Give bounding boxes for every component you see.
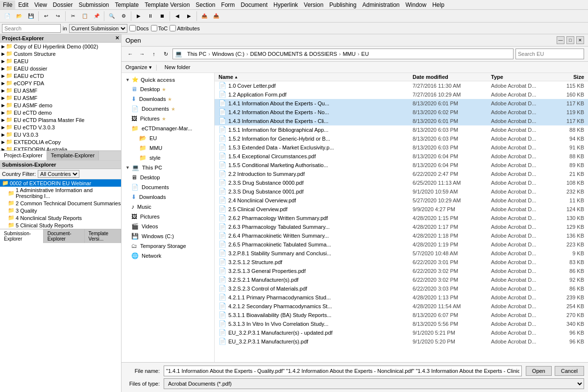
file-row[interactable]: 📄2.3.S Drug Substance 0000.pdf 6/25/2020… — [215, 178, 588, 187]
nav-pictures[interactable]: 🖼 Pictures ★ — [122, 114, 214, 123]
nav-ectd[interactable]: 📁 eCTDmanager-Mar... — [122, 123, 214, 133]
toolbar-btn-14[interactable]: ◀ — [172, 11, 183, 22]
country-filter-select[interactable]: All Countries — [38, 170, 79, 178]
attributes-check-label[interactable]: Attributes — [170, 25, 199, 31]
menu-file[interactable]: File — [0, 0, 15, 9]
file-row[interactable]: 📄3.2.S.1.2 Structure.pdf 6/22/2020 3:01 … — [215, 258, 588, 267]
tree-toggle[interactable]: ▶ — [0, 124, 6, 130]
file-row[interactable]: 📄1.0 Cover Letter.pdf 7/27/2016 11:30 AM… — [215, 81, 588, 90]
tree-item[interactable]: ▶📁EU eCTD demo — [0, 109, 121, 116]
path-eu[interactable]: EU — [361, 51, 368, 57]
file-row[interactable]: 📄5.3.1.1 Bioavailability (BA) Study Repo… — [215, 311, 588, 319]
menu-hyperlink[interactable]: Hyperlink — [270, 0, 301, 9]
file-row[interactable]: 📄EU_3.2.P.3.1 Manufacturer(s).pdf 9/1/20… — [215, 337, 588, 346]
tree-toggle[interactable]: ▶ — [0, 110, 6, 116]
nav-documents[interactable]: 📄 Documents ★ — [122, 104, 214, 114]
file-row[interactable]: 📄2.6.2 Pharmacology Written Summary.pdf … — [215, 214, 588, 222]
toc-check-label[interactable]: ToC — [151, 25, 168, 31]
dialog-maximize-btn[interactable]: □ — [566, 36, 574, 44]
tree-item[interactable]: ▶📁EXTEDOLIA eCopy — [0, 138, 121, 146]
bottom-tab-template[interactable]: Template Versi... — [85, 229, 121, 243]
toolbar-btn-8[interactable]: 📌 — [91, 11, 102, 22]
file-row[interactable]: 📄2.2 Introduction to Summary.pdf 6/22/20… — [215, 170, 588, 178]
file-row[interactable]: 📄1.5.1 Information for Bibliographical A… — [215, 125, 588, 134]
menu-document[interactable]: Document — [238, 0, 270, 9]
tree-toggle[interactable]: ▶ — [0, 44, 6, 49]
menu-window[interactable]: Window — [403, 0, 430, 9]
tree-item[interactable]: ▶📁EAEU eCTD — [0, 72, 121, 79]
nav-pc-desktop[interactable]: 🖥 Desktop — [122, 172, 214, 182]
tree-toggle[interactable]: ▶ — [0, 147, 6, 151]
dialog-search-input[interactable] — [515, 49, 584, 59]
tree-toggle[interactable]: ▶ — [0, 80, 6, 86]
tab-project-explorer[interactable]: Project-Explorer — [0, 151, 47, 160]
tree-item[interactable]: ▶📁EAEU dossier — [0, 65, 121, 72]
tree-toggle[interactable]: ▶ — [0, 139, 6, 145]
nav-pc-pictures[interactable]: 🖼 Pictures — [122, 212, 214, 221]
organize-btn[interactable]: Organize ▾ — [125, 64, 152, 71]
toolbar-btn-5[interactable]: ↪ — [52, 11, 63, 22]
path-drive[interactable]: Windows (C:) — [212, 51, 245, 57]
tree-item[interactable]: ▶📁EU ASMF — [0, 94, 121, 101]
sub-item[interactable]: 📁2 Common Technical Document Summaries — [0, 199, 121, 207]
sub-item[interactable]: 📁1 Administrative Information and Prescr… — [0, 187, 121, 199]
tree-item[interactable]: ▶📁eCOPY FDA — [0, 79, 121, 87]
tree-item[interactable]: ▶📁EU ASMF — [0, 87, 121, 94]
new-folder-btn[interactable]: New folder — [161, 63, 194, 72]
nav-pc-videos[interactable]: 🎬 Videos — [122, 221, 214, 231]
toolbar-btn-7[interactable]: 📋 — [79, 11, 90, 22]
file-row[interactable]: 📄1.5.4 Exceptional Circumstances.pdf 8/1… — [215, 152, 588, 161]
tree-toggle[interactable]: ▶ — [0, 51, 6, 57]
file-row[interactable]: 📄1.2 Application Form.pdf 7/27/2016 10:2… — [215, 90, 588, 99]
sub-item[interactable]: 📁0002 of EXTEDORIN EU Webinar — [0, 179, 121, 187]
tree-item[interactable]: ▶📁EU V3.0.3 — [0, 131, 121, 138]
file-row[interactable]: 📄2.5 Clinical Overview.pdf 9/9/2020 4:27… — [215, 205, 588, 214]
nav-windows-drive[interactable]: 💾 Windows (C:) — [122, 231, 214, 241]
search-input[interactable] — [2, 24, 61, 33]
nav-refresh-btn[interactable]: ↻ — [161, 49, 171, 59]
tree-toggle[interactable]: ▶ — [0, 132, 6, 138]
menu-template-version[interactable]: Template Version — [142, 0, 193, 9]
tree-toggle[interactable]: ▶ — [0, 73, 6, 79]
nav-desktop[interactable]: 🖥 Desktop ★ — [122, 84, 214, 94]
toolbar-btn-9[interactable]: 🔍 — [106, 11, 117, 22]
file-row[interactable]: 📄1.5.3 Extended Data - Market Exclusivit… — [215, 143, 588, 152]
tree-item[interactable]: ▶📁EU ASMF demo — [0, 101, 121, 109]
file-row[interactable]: 📄4.2.1.1 Primary Pharmacodynamics Stud..… — [215, 293, 588, 302]
tree-item[interactable]: ▶📁EXTEDORIN Australia — [0, 146, 121, 150]
tree-item[interactable]: ▶📁EU eCTD V.3.0.3 — [0, 123, 121, 131]
nav-style-folder[interactable]: 📁 style — [122, 153, 214, 163]
col-name[interactable]: Name ▲ — [219, 74, 413, 80]
tree-item[interactable]: ▶📁Custom Structure — [0, 50, 121, 57]
nav-forward-btn[interactable]: → — [137, 49, 147, 59]
tree-item[interactable]: ▶📁EAEU — [0, 57, 121, 65]
toolbar-btn-13[interactable]: ⏹ — [157, 11, 168, 22]
dialog-open-btn[interactable]: Open — [526, 366, 552, 376]
path-mmu[interactable]: MMU — [343, 51, 355, 57]
attributes-checkbox[interactable] — [170, 25, 176, 31]
file-row[interactable]: 📄1.5.2 Information for Generic-Hybrid or… — [215, 134, 588, 143]
docs-checkbox[interactable] — [129, 25, 136, 31]
menu-template[interactable]: Template — [112, 0, 142, 9]
path-dossiers[interactable]: DEMO DOCUMENTS & DOSSIERS — [250, 51, 337, 57]
submission-select[interactable]: Current Submission — [69, 24, 127, 33]
menu-dossier[interactable]: Dossier — [50, 0, 76, 9]
file-row[interactable]: 📄1.5.5 Conditional Marketing Authorisati… — [215, 161, 588, 170]
file-row[interactable]: 📄3.2.S.2.1 Manufacturer(s).pdf 6/22/2020… — [215, 275, 588, 284]
file-row[interactable]: 📄1.4.2 Information About the Experts - N… — [215, 108, 588, 117]
nav-mmu-folder[interactable]: 📁 MMU — [122, 143, 214, 153]
nav-temp-storage[interactable]: 🗂 Temporary Storage — [122, 241, 214, 251]
file-row[interactable]: 📄3.2.S.1.3 General Properties.pdf 6/22/2… — [215, 267, 588, 275]
tree-toggle[interactable]: ▶ — [0, 66, 6, 72]
file-row[interactable]: 📄4.2.1.2 Secondary Pharmacodynamics St..… — [215, 302, 588, 311]
project-explorer-close[interactable]: ✕ — [115, 35, 119, 41]
file-row[interactable]: 📄2.6.4 Pharmacokinetic Written Summary..… — [215, 231, 588, 240]
docs-check-label[interactable]: Docs — [129, 25, 149, 31]
menu-version[interactable]: Version — [301, 0, 326, 9]
path-thispc[interactable]: This PC — [187, 51, 206, 57]
file-row[interactable]: 📄3.2.S.2.3 Control of Materials.pdf 6/22… — [215, 284, 588, 293]
nav-pc-documents[interactable]: 📄 Documents — [122, 182, 214, 192]
filetype-select[interactable]: Acrobat Documents (*.pdf) — [164, 378, 584, 389]
toolbar-btn-1[interactable]: 📄 — [2, 11, 13, 22]
menu-help[interactable]: Help — [429, 0, 447, 9]
